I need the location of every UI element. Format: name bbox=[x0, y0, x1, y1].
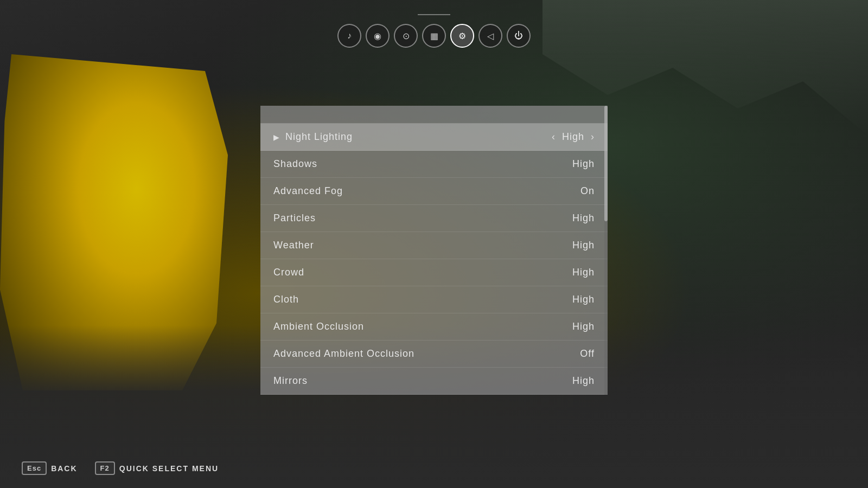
settings-item[interactable]: ClothHigh bbox=[260, 286, 608, 313]
audio-icon[interactable]: ♪ bbox=[337, 24, 361, 48]
value-right-arrow-icon[interactable]: › bbox=[591, 131, 595, 143]
item-name: Particles bbox=[273, 213, 316, 224]
key-badge: Esc bbox=[22, 461, 47, 475]
item-value: Off bbox=[580, 348, 595, 359]
settings-item[interactable]: MirrorsHigh bbox=[260, 368, 608, 395]
settings-list: ▶Night Lighting‹High›ShadowsHighAdvanced… bbox=[260, 124, 608, 395]
settings-item[interactable]: Advanced Ambient OcclusionOff bbox=[260, 341, 608, 368]
item-value: ‹High› bbox=[552, 131, 595, 143]
item-name: Crowd bbox=[273, 267, 304, 278]
value-left-arrow-icon[interactable]: ‹ bbox=[552, 131, 556, 143]
bottom-action: F2QUICK SELECT MENU bbox=[95, 461, 219, 475]
item-left-4: Weather bbox=[273, 240, 314, 251]
item-left-9: Mirrors bbox=[273, 375, 308, 387]
item-value-text: High bbox=[572, 240, 595, 251]
item-name: Cloth bbox=[273, 294, 299, 305]
item-left-2: Advanced Fog bbox=[273, 185, 343, 197]
settings-panel-title bbox=[260, 106, 608, 124]
settings-item[interactable]: ParticlesHigh bbox=[260, 205, 608, 232]
item-value-text: On bbox=[580, 185, 595, 197]
item-name: Advanced Ambient Occlusion bbox=[273, 348, 414, 359]
item-left-3: Particles bbox=[273, 213, 316, 224]
item-name: Weather bbox=[273, 240, 314, 251]
item-value-text: High bbox=[562, 131, 584, 143]
item-left-7: Ambient Occlusion bbox=[273, 321, 364, 332]
settings-icon[interactable]: ⚙ bbox=[450, 24, 474, 48]
item-value-text: High bbox=[572, 294, 595, 305]
settings-panel: ▶Night Lighting‹High›ShadowsHighAdvanced… bbox=[260, 106, 608, 395]
item-value-text: Off bbox=[580, 348, 595, 359]
settings-item[interactable]: Ambient OcclusionHigh bbox=[260, 313, 608, 341]
item-value: High bbox=[572, 213, 595, 224]
item-name: Advanced Fog bbox=[273, 185, 343, 197]
action-label: QUICK SELECT MENU bbox=[119, 464, 219, 473]
bottom-action: EscBACK bbox=[22, 461, 78, 475]
item-value-text: High bbox=[572, 375, 595, 387]
item-left-5: Crowd bbox=[273, 267, 304, 278]
item-value: High bbox=[572, 158, 595, 170]
controller-icon[interactable]: ⊙ bbox=[394, 24, 418, 48]
item-value-text: High bbox=[572, 213, 595, 224]
settings-item[interactable]: Advanced FogOn bbox=[260, 178, 608, 205]
power-icon[interactable]: ⏻ bbox=[507, 24, 531, 48]
scroll-thumb bbox=[604, 106, 608, 221]
key-badge: F2 bbox=[95, 461, 115, 475]
bottom-action-bar: EscBACKF2QUICK SELECT MENU bbox=[22, 461, 219, 475]
item-left-8: Advanced Ambient Occlusion bbox=[273, 348, 414, 359]
item-name: Mirrors bbox=[273, 375, 308, 387]
settings-item[interactable]: WeatherHigh bbox=[260, 232, 608, 259]
item-name: Ambient Occlusion bbox=[273, 321, 364, 332]
top-navigation: ♪◉⊙▦⚙◁⏻ bbox=[0, 0, 868, 48]
item-value: On bbox=[580, 185, 595, 197]
item-value: High bbox=[572, 240, 595, 251]
settings-item[interactable]: CrowdHigh bbox=[260, 259, 608, 286]
scrollbar[interactable] bbox=[604, 106, 608, 395]
settings-item[interactable]: ShadowsHigh bbox=[260, 151, 608, 178]
item-left-6: Cloth bbox=[273, 294, 299, 305]
game-icon[interactable]: ▦ bbox=[422, 24, 446, 48]
item-value-text: High bbox=[572, 158, 595, 170]
item-left-1: Shadows bbox=[273, 158, 317, 170]
item-value-text: High bbox=[572, 321, 595, 332]
item-value: High bbox=[572, 375, 595, 387]
nav-icon-bar: ♪◉⊙▦⚙◁⏻ bbox=[337, 24, 531, 48]
item-value: High bbox=[572, 267, 595, 278]
item-value-text: High bbox=[572, 267, 595, 278]
action-label: BACK bbox=[51, 464, 77, 473]
settings-item[interactable]: ▶Night Lighting‹High› bbox=[260, 124, 608, 151]
display-icon[interactable]: ◉ bbox=[366, 24, 390, 48]
item-name: Night Lighting bbox=[285, 131, 353, 143]
page-title bbox=[418, 11, 450, 15]
item-name: Shadows bbox=[273, 158, 317, 170]
network-icon[interactable]: ◁ bbox=[478, 24, 502, 48]
item-left-0: ▶Night Lighting bbox=[273, 131, 353, 143]
selected-arrow-icon: ▶ bbox=[273, 133, 280, 142]
item-value: High bbox=[572, 294, 595, 305]
item-value: High bbox=[572, 321, 595, 332]
